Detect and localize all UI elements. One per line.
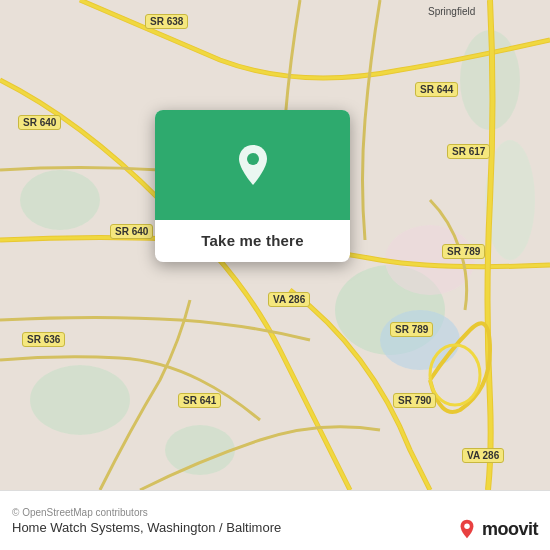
location-pin-icon bbox=[229, 141, 277, 189]
road-label-sr789a: SR 789 bbox=[442, 244, 485, 259]
map-view: SR 638 SR 640 SR 640 SR 644 SR 617 SR 78… bbox=[0, 0, 550, 490]
popup-top-area bbox=[155, 110, 350, 220]
take-me-there-button[interactable]: Take me there bbox=[201, 232, 303, 249]
moovit-brand-text: moovit bbox=[482, 519, 538, 540]
road-label-sr640b: SR 640 bbox=[110, 224, 153, 239]
road-label-sr644: SR 644 bbox=[415, 82, 458, 97]
road-label-sr617: SR 617 bbox=[447, 144, 490, 159]
moovit-logo: moovit bbox=[456, 518, 538, 540]
road-label-va286a: VA 286 bbox=[268, 292, 310, 307]
svg-point-11 bbox=[247, 153, 259, 165]
copyright-text: © OpenStreetMap contributors bbox=[12, 507, 538, 518]
svg-point-3 bbox=[20, 170, 100, 230]
road-label-va286b: VA 286 bbox=[462, 448, 504, 463]
moovit-brand-pin-icon bbox=[456, 518, 478, 540]
svg-point-12 bbox=[464, 524, 470, 530]
svg-point-2 bbox=[380, 310, 460, 370]
svg-point-5 bbox=[165, 425, 235, 475]
road-label-sr636: SR 636 bbox=[22, 332, 65, 347]
road-label-sr640a: SR 640 bbox=[18, 115, 61, 130]
popup-bottom-area[interactable]: Take me there bbox=[155, 220, 350, 262]
road-label-sr638: SR 638 bbox=[145, 14, 188, 29]
road-label-sr641: SR 641 bbox=[178, 393, 221, 408]
navigation-popup: Take me there bbox=[155, 110, 350, 262]
road-label-sr789b: SR 789 bbox=[390, 322, 433, 337]
place-label-springfield: Springfield bbox=[428, 6, 475, 17]
svg-point-4 bbox=[30, 365, 130, 435]
road-label-sr790: SR 790 bbox=[393, 393, 436, 408]
bottom-bar: © OpenStreetMap contributors Home Watch … bbox=[0, 490, 550, 550]
